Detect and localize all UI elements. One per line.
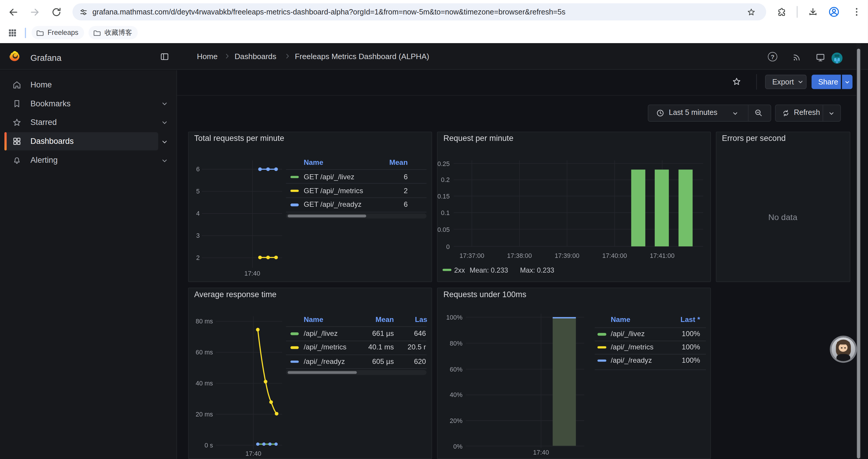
series-name[interactable]: /api/_/readyz bbox=[304, 357, 345, 366]
legend-table-header-name[interactable]: Name bbox=[304, 158, 323, 167]
legend-table-header-name[interactable]: Name bbox=[304, 315, 323, 324]
sidebar-item-label: Bookmarks bbox=[30, 98, 71, 108]
legend-table-header-name[interactable]: Name bbox=[611, 315, 630, 324]
series-color-pill bbox=[597, 333, 606, 335]
series-last: 100% bbox=[661, 356, 700, 365]
series-name[interactable]: GET /api/_/livez bbox=[304, 172, 354, 181]
panel-title[interactable]: Errors per second bbox=[722, 133, 786, 143]
share-menu-button[interactable] bbox=[842, 75, 852, 89]
bookmark-folder-blogs[interactable]: 收藏博客 bbox=[89, 26, 138, 39]
x-tick: 17:40 bbox=[239, 269, 266, 277]
subtoolbar-divider bbox=[177, 95, 856, 95]
breadcrumb-home[interactable]: Home bbox=[197, 52, 218, 61]
page-scrollbar[interactable] bbox=[857, 43, 861, 459]
export-label: Export bbox=[772, 78, 794, 86]
panel-title[interactable]: Requests under 100ms bbox=[443, 289, 526, 299]
help-icon[interactable]: ? bbox=[768, 52, 777, 61]
sidebar-nav: Home Bookmarks Starred Dashboards bbox=[0, 70, 177, 459]
series-name[interactable]: GET /api/_/readyz bbox=[304, 200, 362, 209]
browser-profile-avatar[interactable] bbox=[828, 6, 840, 18]
chevron-down-icon[interactable] bbox=[161, 100, 168, 107]
grafana-logo-icon[interactable] bbox=[9, 50, 21, 62]
chevron-down-icon[interactable] bbox=[161, 119, 168, 126]
y-tick: 20 ms bbox=[180, 410, 213, 418]
bookmark-folder-freeleaps[interactable]: Freeleaps bbox=[32, 26, 84, 39]
group-divider bbox=[748, 105, 749, 121]
assistant-avatar[interactable] bbox=[831, 337, 855, 361]
url-text[interactable]: grafana.mathmast.com/d/deytv4rwavabkb/fr… bbox=[92, 4, 565, 19]
downloads-icon[interactable] bbox=[808, 6, 818, 17]
x-tick: 17:41:00 bbox=[643, 252, 682, 259]
bookmark-label: Freeleaps bbox=[48, 29, 78, 36]
series-name[interactable]: /api/_/livez bbox=[304, 329, 338, 338]
favorite-star-icon[interactable] bbox=[732, 77, 741, 86]
series-name[interactable]: /api/_/metrics bbox=[304, 343, 346, 352]
legend-table-header-last[interactable]: Las bbox=[415, 315, 427, 324]
x-tick: 17:39:00 bbox=[548, 252, 586, 259]
y-tick: 100% bbox=[435, 314, 463, 321]
chevron-down-icon[interactable] bbox=[161, 138, 168, 145]
site-settings-tune-icon[interactable] bbox=[79, 7, 88, 16]
folder-icon bbox=[93, 28, 101, 37]
time-range-label[interactable]: Last 5 minutes bbox=[669, 108, 717, 117]
user-avatar[interactable] bbox=[831, 53, 842, 64]
legend-mean: Mean: 0.233 bbox=[470, 266, 508, 275]
news-rss-icon[interactable] bbox=[792, 53, 801, 62]
panel-errors-per-second[interactable] bbox=[716, 132, 850, 282]
active-item-indicator bbox=[4, 132, 6, 150]
series-color-pill bbox=[290, 346, 299, 349]
breadcrumb-chevron-icon bbox=[284, 52, 291, 59]
series-name[interactable]: /api/_/metrics bbox=[611, 342, 653, 352]
export-button[interactable]: Export bbox=[765, 75, 807, 89]
browser-reload-icon[interactable] bbox=[51, 6, 62, 18]
panel-requests-under-100ms[interactable] bbox=[437, 288, 711, 459]
refresh-label[interactable]: Refresh bbox=[794, 108, 820, 117]
star-icon bbox=[12, 118, 22, 127]
y-tick: 2 bbox=[180, 254, 200, 261]
browser-back-icon[interactable] bbox=[8, 6, 19, 18]
refresh-icon[interactable] bbox=[782, 109, 790, 117]
chevron-down-icon[interactable] bbox=[732, 110, 738, 117]
bookmark-star-icon[interactable] bbox=[747, 7, 756, 16]
legend-scrollbar[interactable] bbox=[286, 213, 426, 219]
toolbar-divider bbox=[756, 74, 757, 90]
series-name[interactable]: /api/_/readyz bbox=[611, 356, 652, 365]
bookmark-icon bbox=[12, 99, 22, 108]
series-name[interactable]: GET /api/_/metrics bbox=[304, 186, 363, 195]
breadcrumb-current: Freeleaps Metrics Dashboard (ALPHA) bbox=[295, 52, 429, 61]
legend-table-header-last[interactable]: Last * bbox=[661, 315, 700, 324]
y-tick: 0.25 bbox=[422, 160, 450, 167]
sidebar-collapse-icon[interactable] bbox=[160, 52, 169, 61]
share-button[interactable]: Share bbox=[812, 75, 841, 89]
monitor-icon[interactable] bbox=[815, 53, 826, 63]
panel-request-per-minute[interactable] bbox=[437, 132, 711, 282]
browser-menu-kebab-icon[interactable] bbox=[851, 6, 862, 17]
bookmarks-divider bbox=[25, 28, 26, 38]
scrollbar-thumb[interactable] bbox=[857, 48, 860, 458]
chevron-down-icon[interactable] bbox=[161, 157, 168, 164]
chevron-down-icon bbox=[797, 78, 804, 85]
grafana-brand[interactable]: Grafana bbox=[30, 52, 61, 63]
home-icon bbox=[12, 80, 22, 90]
legend-table-header-mean[interactable]: Mean bbox=[344, 315, 394, 324]
chevron-down-icon bbox=[844, 79, 850, 85]
refresh-interval-chevron-icon[interactable] bbox=[828, 110, 835, 117]
panel-title[interactable]: Request per minute bbox=[443, 133, 514, 143]
extensions-puzzle-icon[interactable] bbox=[777, 7, 787, 17]
breadcrumb-chevron-icon bbox=[223, 52, 230, 59]
y-tick: 0 bbox=[422, 242, 450, 250]
apps-grid-icon[interactable] bbox=[8, 28, 17, 37]
breadcrumb-dashboards[interactable]: Dashboards bbox=[235, 52, 276, 61]
panel-title[interactable]: Total requests per minute bbox=[194, 133, 284, 143]
y-tick: 60 ms bbox=[180, 349, 213, 356]
zoom-out-icon[interactable] bbox=[754, 108, 763, 117]
series-color-pill bbox=[290, 360, 299, 363]
panel-title[interactable]: Average response time bbox=[194, 289, 277, 299]
legend-scrollbar[interactable] bbox=[286, 370, 426, 375]
browser-forward-icon[interactable] bbox=[29, 6, 40, 18]
avatar-bangs bbox=[837, 340, 849, 345]
series-name[interactable]: /api/_/livez bbox=[611, 330, 645, 338]
legend-series-name[interactable]: 2xx bbox=[454, 266, 465, 275]
series-last: 620 bbox=[376, 357, 426, 366]
legend-table-header-mean[interactable]: Mean bbox=[358, 158, 408, 167]
